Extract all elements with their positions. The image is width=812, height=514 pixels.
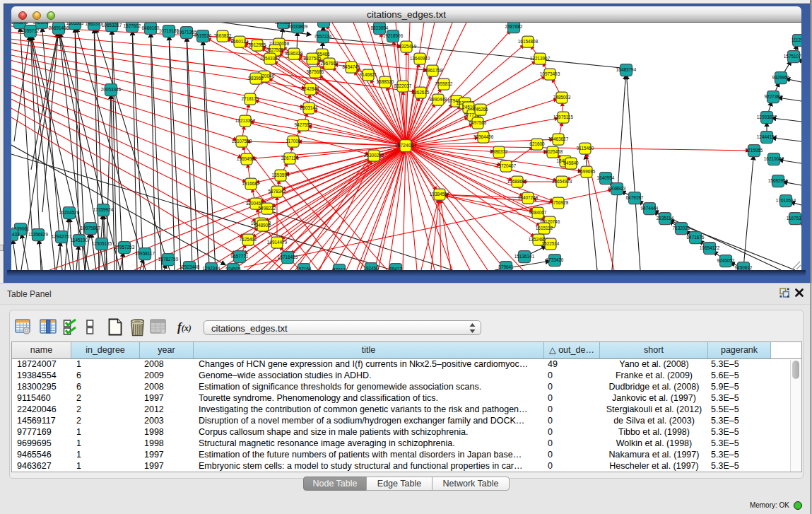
svg-text:9227382: 9227382 xyxy=(765,94,782,99)
svg-text:19218506: 19218506 xyxy=(383,33,404,38)
svg-text:15136141: 15136141 xyxy=(514,254,535,259)
svg-text:6466160: 6466160 xyxy=(142,25,160,30)
svg-text:88412: 88412 xyxy=(389,267,402,270)
svg-text:16154808: 16154808 xyxy=(518,39,539,44)
svg-text:20691406: 20691406 xyxy=(49,25,69,30)
svg-text:2387682: 2387682 xyxy=(505,24,523,29)
svg-text:845840: 845840 xyxy=(563,160,579,165)
svg-text:2803144: 2803144 xyxy=(300,105,318,110)
svg-text:5878342: 5878342 xyxy=(269,189,286,194)
svg-text:12093822: 12093822 xyxy=(757,115,777,119)
svg-text:16961758: 16961758 xyxy=(423,68,443,73)
svg-text:1353594: 1353594 xyxy=(272,173,290,177)
svg-text:924505: 924505 xyxy=(225,267,241,270)
svg-text:9450612: 9450612 xyxy=(735,265,753,270)
svg-text:9474444: 9474444 xyxy=(641,206,659,211)
svg-text:8912955: 8912955 xyxy=(249,42,266,47)
svg-text:166011: 166011 xyxy=(317,23,331,23)
svg-text:6479197: 6479197 xyxy=(626,195,644,200)
svg-text:948900: 948900 xyxy=(255,223,271,228)
svg-text:6497568: 6497568 xyxy=(469,120,487,125)
svg-text:9115460: 9115460 xyxy=(577,146,594,151)
svg-text:7557224: 7557224 xyxy=(314,34,332,39)
svg-text:15692951: 15692951 xyxy=(768,178,789,183)
svg-text:8660123: 8660123 xyxy=(231,39,249,44)
svg-text:7632021: 7632021 xyxy=(673,226,690,230)
svg-text:9084067: 9084067 xyxy=(529,210,547,215)
svg-text:111250: 111250 xyxy=(792,37,801,42)
svg-text:9827505: 9827505 xyxy=(266,47,284,52)
svg-text:16483794: 16483794 xyxy=(616,67,637,72)
svg-text:8813094: 8813094 xyxy=(371,25,389,30)
svg-text:15720407: 15720407 xyxy=(496,163,517,168)
svg-text:7485003: 7485003 xyxy=(553,95,571,100)
svg-text:16107553: 16107553 xyxy=(232,139,252,144)
svg-text:1605503: 1605503 xyxy=(66,23,84,25)
svg-text:25300295: 25300295 xyxy=(364,153,384,158)
svg-text:8186328: 8186328 xyxy=(286,51,303,56)
svg-text:17359924: 17359924 xyxy=(93,207,114,212)
svg-text:2718179: 2718179 xyxy=(242,96,259,101)
svg-text:20756928: 20756928 xyxy=(548,200,569,205)
svg-text:3267110: 3267110 xyxy=(281,156,299,160)
svg-text:17010534: 17010534 xyxy=(776,198,796,203)
svg-text:157164: 157164 xyxy=(296,267,312,270)
svg-text:1522514: 1522514 xyxy=(542,241,560,246)
svg-text:13325419: 13325419 xyxy=(396,44,417,49)
svg-text:13654923: 13654923 xyxy=(552,179,572,184)
svg-text:10653287: 10653287 xyxy=(102,23,122,28)
svg-text:9427552: 9427552 xyxy=(295,122,312,127)
svg-text:9146821: 9146821 xyxy=(360,72,377,77)
svg-text:20364436: 20364436 xyxy=(473,134,494,139)
svg-text:9423907: 9423907 xyxy=(33,23,51,25)
svg-text:16782759: 16782759 xyxy=(158,257,179,262)
svg-text:7663822: 7663822 xyxy=(214,33,232,38)
svg-text:983960: 983960 xyxy=(248,76,264,81)
svg-text:14914479: 14914479 xyxy=(267,240,288,245)
svg-text:1905572: 1905572 xyxy=(11,23,29,25)
svg-text:16033809: 16033809 xyxy=(288,24,308,29)
svg-text:2967608: 2967608 xyxy=(321,61,339,66)
svg-text:7955812: 7955812 xyxy=(435,81,453,86)
svg-text:3215955: 3215955 xyxy=(746,148,763,153)
svg-text:1916682: 1916682 xyxy=(242,181,260,186)
svg-text:12942757: 12942757 xyxy=(52,234,72,239)
svg-text:1292344: 1292344 xyxy=(203,266,220,270)
svg-text:746266: 746266 xyxy=(473,107,488,112)
svg-text:5875685: 5875685 xyxy=(307,69,324,74)
svg-text:879641: 879641 xyxy=(498,264,514,269)
svg-text:117006: 117006 xyxy=(286,139,301,144)
svg-text:391433: 391433 xyxy=(11,232,20,237)
svg-text:1588520: 1588520 xyxy=(377,79,394,84)
svg-text:10688609: 10688609 xyxy=(507,179,528,184)
svg-text:19654982: 19654982 xyxy=(237,156,257,161)
svg-text:7515526: 7515526 xyxy=(194,33,212,38)
svg-text:8990448: 8990448 xyxy=(430,97,447,102)
svg-text:621600: 621600 xyxy=(529,141,545,146)
svg-text:17957253: 17957253 xyxy=(114,245,135,250)
svg-text:19463627: 19463627 xyxy=(548,136,569,141)
svg-text:19384554: 19384554 xyxy=(430,192,450,197)
svg-text:12213967: 12213967 xyxy=(530,56,551,61)
svg-text:8454749: 8454749 xyxy=(343,64,360,69)
svg-text:8471676: 8471676 xyxy=(687,235,705,240)
svg-text:7986372: 7986372 xyxy=(490,149,508,154)
svg-text:18407249: 18407249 xyxy=(518,195,539,200)
svg-text:11356829: 11356829 xyxy=(28,232,48,237)
svg-text:9657771: 9657771 xyxy=(231,254,249,259)
svg-text:7625402: 7625402 xyxy=(240,237,257,242)
svg-text:87012: 87012 xyxy=(333,267,346,270)
svg-text:4055712: 4055712 xyxy=(22,28,40,33)
svg-text:10543362: 10543362 xyxy=(260,56,281,61)
svg-text:1167534: 1167534 xyxy=(787,216,801,221)
svg-text:1640954: 1640954 xyxy=(597,175,615,180)
svg-text:9242848: 9242848 xyxy=(302,86,319,91)
svg-text:8938923: 8938923 xyxy=(608,186,626,191)
svg-text:1362615: 1362615 xyxy=(412,90,430,95)
svg-text:9245052: 9245052 xyxy=(717,258,735,263)
svg-text:5498222: 5498222 xyxy=(259,206,276,211)
svg-text:1527602: 1527602 xyxy=(124,23,141,28)
svg-text:18724007: 18724007 xyxy=(394,143,416,148)
svg-text:20204526: 20204526 xyxy=(59,210,80,215)
svg-text:9329966: 9329966 xyxy=(772,75,790,80)
